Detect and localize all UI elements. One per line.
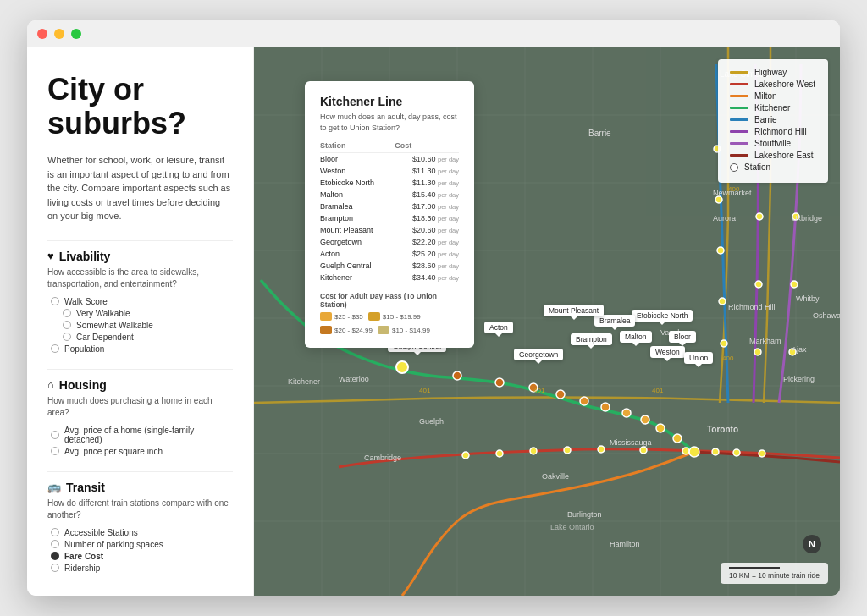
option-car-dependent[interactable]: Car Dependent [63, 333, 233, 342]
svg-point-44 [755, 281, 762, 288]
option-accessible-label: Accessible Stations [64, 528, 138, 537]
popup-legend-title: Cost for Adult Day Pass (To Union Statio… [320, 292, 459, 309]
livability-sub: How accessible is the area to sidewalks,… [47, 267, 233, 290]
svg-text:Cambridge: Cambridge [364, 454, 401, 462]
svg-point-31 [715, 196, 722, 203]
heart-icon: ♥ [47, 250, 54, 262]
svg-text:Guelph: Guelph [419, 417, 444, 426]
section-livability: ♥ Livability How accessible is the area … [47, 250, 233, 354]
cost-cell: $11.30 per day [395, 165, 459, 177]
legend-barrie: Barrie [730, 115, 816, 124]
legend-kitchener: Kitchener [730, 103, 816, 113]
option-accessible[interactable]: Accessible Stations [51, 528, 233, 537]
housing-label: Housing [59, 378, 107, 392]
station-cell: Georgetown [320, 236, 395, 248]
svg-point-16 [689, 447, 699, 457]
page-title: City orsuburbs? [47, 73, 233, 140]
maximize-btn[interactable] [71, 29, 81, 39]
svg-point-38 [598, 446, 605, 453]
svg-text:401: 401 [533, 387, 545, 394]
radio-fare-cost [51, 552, 59, 560]
table-row: Mount Pleasant$20.60 per day [320, 224, 459, 236]
svg-point-34 [733, 449, 740, 456]
housing-options: Avg. price of a home (single-family deta… [51, 426, 233, 456]
option-avg-price-home[interactable]: Avg. price of a home (single-family deta… [51, 426, 233, 444]
table-row: Brampton$18.30 per day [320, 212, 459, 224]
svg-text:Kitchener: Kitchener [288, 377, 320, 386]
radio-very-walkable [63, 309, 71, 317]
table-row: Bloor$10.60 per day [320, 153, 459, 166]
legend-milton: Milton [730, 91, 816, 101]
svg-point-30 [717, 247, 724, 254]
option-population-label: Population [64, 344, 104, 354]
legend-color-box [320, 312, 332, 321]
option-very-walkable[interactable]: Very Walkable [63, 309, 233, 318]
legend-item: $25 - $35 [320, 312, 363, 321]
legend-richmond-hill-line [730, 130, 748, 133]
svg-point-20 [622, 409, 631, 417]
cost-cell: $15.40 per day [395, 189, 459, 201]
svg-point-19 [641, 415, 649, 424]
svg-text:401: 401 [652, 387, 664, 394]
svg-text:Vaughan: Vaughan [660, 328, 690, 337]
table-row: Georgetown$22.20 per day [320, 236, 459, 248]
station-cell: Weston [320, 165, 395, 177]
minimize-btn[interactable] [54, 29, 64, 39]
legend-highway-line [730, 71, 748, 74]
map-area: Lake Simcoe Barrie Aurora Newmarket Rich… [254, 47, 840, 596]
scale-line [729, 567, 780, 569]
option-avg-price-sqft[interactable]: Avg. price per square inch [51, 447, 233, 456]
bus-icon: 🚌 [47, 481, 61, 493]
radio-somewhat-walkable [63, 321, 71, 329]
table-row: Acton$25.20 per day [320, 248, 459, 260]
svg-point-17 [673, 434, 682, 443]
svg-point-23 [556, 390, 565, 399]
svg-point-35 [712, 448, 719, 455]
option-walk-score[interactable]: Walk Score [51, 297, 233, 306]
livability-options: Walk Score Very Walkable Somewhat Walkab… [51, 297, 233, 354]
divider-2 [47, 369, 233, 370]
option-ridership[interactable]: Ridership [51, 564, 233, 573]
svg-text:400: 400 [722, 355, 734, 362]
cost-cell: $20.60 per day [395, 224, 459, 236]
legend-station-circle [730, 163, 738, 172]
option-population[interactable]: Population [51, 344, 233, 354]
legend-kitchener-label: Kitchener [754, 103, 790, 113]
svg-point-42 [462, 452, 469, 459]
legend-item-label: $20 - $24.99 [334, 327, 373, 334]
close-btn[interactable] [37, 29, 47, 39]
svg-point-18 [656, 424, 665, 432]
station-cell: Mount Pleasant [320, 224, 395, 236]
station-cell: Brampton [320, 212, 395, 224]
cost-cell: $18.30 per day [395, 212, 459, 224]
option-very-walkable-label: Very Walkable [76, 309, 130, 318]
legend-milton-label: Milton [754, 91, 777, 101]
option-avg-price-sqft-label: Avg. price per square inch [64, 447, 163, 456]
legend-item: $15 - $19.99 [368, 312, 421, 321]
option-somewhat-walkable[interactable]: Somewhat Walkable [63, 321, 233, 330]
svg-point-36 [682, 448, 689, 454]
svg-text:401: 401 [419, 387, 431, 394]
svg-text:400: 400 [728, 185, 740, 193]
legend-kitchener-line [730, 107, 748, 109]
svg-text:Mississauga: Mississauga [610, 438, 652, 447]
svg-point-22 [580, 397, 588, 405]
divider [47, 240, 233, 241]
sidebar: City orsuburbs? Whether for school, work… [27, 47, 254, 596]
table-row: Weston$11.30 per day [320, 165, 459, 177]
legend-lakeshore-east: Lakeshore East [730, 151, 816, 160]
svg-point-47 [791, 281, 798, 288]
radio-avg-price-sqft [51, 447, 59, 455]
legend-item-label: $15 - $19.99 [383, 313, 421, 321]
legend-item-label: $10 - $14.99 [392, 327, 430, 334]
transit-label: Transit [66, 481, 105, 494]
station-cell: Malton [320, 189, 395, 201]
legend-lakeshore-east-line [730, 154, 748, 157]
legend-item-label: $25 - $35 [334, 313, 363, 321]
option-fare-cost[interactable]: Fare Cost [51, 552, 233, 561]
map-legend: Highway Lakeshore West Milton Kitchener … [718, 59, 828, 183]
svg-point-43 [754, 349, 761, 355]
option-parking[interactable]: Number of parking spaces [51, 540, 233, 549]
cost-cell: $11.30 per day [395, 177, 459, 189]
svg-point-45 [756, 213, 763, 220]
